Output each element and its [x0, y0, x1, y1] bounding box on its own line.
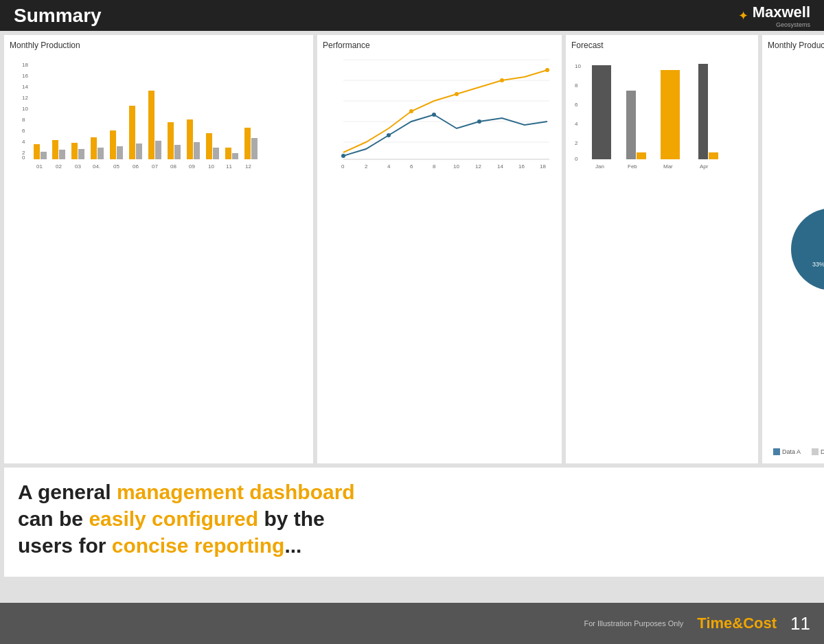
content-area: Monthly Production 18 16 14 12 10 8 6 4 …: [0, 31, 824, 603]
svg-text:0: 0: [575, 156, 578, 162]
svg-rect-22: [148, 91, 154, 159]
forecast-title: Forecast: [571, 41, 753, 50]
svg-rect-19: [117, 146, 123, 159]
banner-text-2: can be: [18, 507, 89, 530]
banner-ellipsis: ...: [284, 534, 301, 557]
legend-a-label: Data A: [782, 448, 801, 455]
performance-title: Performance: [323, 41, 556, 50]
legend-c-label: Data C: [821, 448, 824, 455]
svg-text:Jan: Jan: [595, 163, 604, 170]
svg-text:08: 08: [170, 163, 176, 170]
svg-rect-33: [251, 138, 258, 159]
svg-point-54: [432, 113, 436, 117]
svg-text:10: 10: [575, 63, 581, 69]
svg-text:06: 06: [133, 163, 139, 170]
svg-text:8: 8: [433, 163, 436, 170]
banner-highlight-1: management dashboard: [117, 481, 355, 503]
svg-text:10: 10: [453, 163, 459, 170]
svg-rect-32: [244, 128, 251, 159]
mid-panels: Monthly Production 42% 33% 15: [762, 35, 824, 463]
svg-text:4: 4: [387, 163, 391, 170]
svg-text:2: 2: [365, 163, 368, 170]
svg-point-59: [545, 68, 549, 72]
svg-text:14: 14: [497, 163, 503, 170]
svg-rect-27: [194, 142, 200, 159]
svg-text:12: 12: [22, 95, 28, 101]
svg-rect-23: [155, 141, 161, 159]
svg-text:14: 14: [22, 84, 28, 90]
svg-text:09: 09: [189, 163, 195, 170]
svg-rect-25: [174, 145, 181, 159]
forecast-chart: 10 8 6 4 2 0 Jan: [571, 53, 750, 170]
page-title: Summary: [14, 5, 102, 27]
banner-panel: A general management dashboard can be ea…: [4, 468, 824, 577]
logo-text-area: Maxwell Geosystems: [753, 3, 810, 28]
svg-text:10: 10: [208, 163, 214, 170]
svg-text:18: 18: [540, 163, 546, 170]
header: Summary ✦ Maxwell Geosystems: [0, 0, 824, 31]
performance-panel: Performance: [317, 35, 562, 463]
pie-chart-1: 42% 33% 15%: [781, 198, 825, 301]
svg-rect-29: [213, 148, 219, 159]
svg-rect-30: [225, 148, 231, 159]
svg-text:0: 0: [341, 163, 345, 170]
legend-a-color: [773, 448, 780, 455]
svg-rect-78: [637, 152, 646, 159]
svg-text:Apr: Apr: [700, 163, 709, 170]
svg-rect-10: [34, 144, 40, 159]
svg-rect-16: [91, 137, 97, 159]
svg-text:07: 07: [152, 163, 158, 170]
page-wrapper: Summary ✦ Maxwell Geosystems Monthly Pro…: [0, 0, 824, 644]
svg-text:04.: 04.: [93, 163, 100, 170]
svg-rect-24: [168, 122, 174, 159]
svg-rect-28: [206, 133, 212, 159]
svg-rect-76: [592, 65, 611, 159]
svg-text:05: 05: [113, 163, 119, 170]
svg-point-57: [455, 92, 459, 96]
legend-c-color: [812, 448, 819, 455]
monthly-production-pie-panel: Monthly Production 42% 33% 15: [762, 35, 824, 463]
svg-rect-26: [187, 119, 193, 159]
top-panels: Monthly Production 18 16 14 12 10 8 6 4 …: [4, 35, 758, 463]
svg-point-52: [341, 154, 345, 158]
svg-rect-31: [232, 153, 238, 159]
footer-brand: Time&Cost: [697, 614, 777, 632]
svg-text:0: 0: [22, 154, 25, 161]
svg-text:18: 18: [22, 62, 28, 68]
svg-text:10: 10: [22, 106, 28, 112]
svg-rect-15: [78, 149, 84, 159]
logo-star-icon: ✦: [738, 8, 748, 23]
logo-sub: Geosystems: [753, 21, 810, 28]
svg-rect-21: [136, 143, 142, 159]
monthly-production-pie-title: Monthly Production: [768, 41, 824, 50]
svg-point-86: [791, 208, 825, 290]
legend-data-a: Data A: [773, 448, 801, 455]
svg-point-53: [387, 133, 391, 137]
svg-text:12: 12: [245, 163, 251, 170]
banner-text-1: A general: [18, 481, 117, 503]
svg-text:01: 01: [36, 163, 43, 170]
monthly-production-chart: 18 16 14 12 10 8 6 4 2 0: [10, 53, 298, 170]
svg-text:03: 03: [75, 163, 81, 170]
svg-rect-12: [52, 140, 58, 159]
svg-text:02: 02: [56, 163, 62, 170]
svg-text:11: 11: [226, 163, 232, 170]
svg-rect-17: [98, 148, 104, 159]
svg-text:8: 8: [22, 117, 25, 123]
logo-name: Maxwell: [753, 3, 810, 21]
svg-rect-14: [71, 143, 78, 159]
banner-highlight-3: concise reporting: [112, 534, 285, 557]
banner-text: A general management dashboard can be ea…: [18, 479, 824, 559]
svg-text:6: 6: [410, 163, 413, 170]
banner-text-4: users for: [18, 534, 112, 557]
svg-text:6: 6: [22, 128, 25, 134]
svg-text:4: 4: [22, 139, 25, 145]
banner-text-3: by the: [258, 507, 325, 530]
svg-text:8: 8: [575, 82, 578, 89]
monthly-production-panel: Monthly Production 18 16 14 12 10 8 6 4 …: [4, 35, 313, 463]
svg-text:16: 16: [518, 163, 525, 170]
svg-rect-80: [698, 64, 708, 159]
svg-point-58: [500, 78, 504, 82]
svg-text:6: 6: [575, 102, 578, 108]
svg-rect-79: [661, 70, 680, 159]
